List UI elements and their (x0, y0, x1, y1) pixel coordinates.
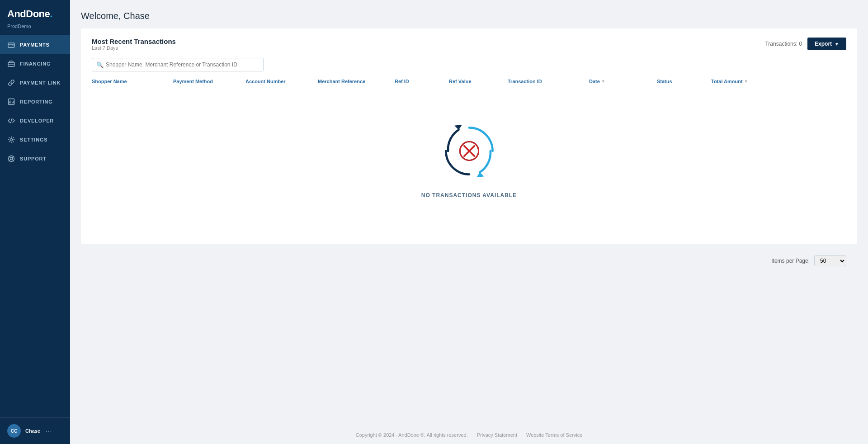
empty-state: NO TRANSACTIONS AVAILABLE (92, 90, 846, 235)
amount-sort-icon: ▼ (744, 79, 748, 84)
col-transaction-id: Transaction ID (508, 79, 589, 84)
sidebar-item-payments[interactable]: Payments (0, 35, 70, 54)
col-merchant-reference: Merchant Reference (318, 79, 395, 84)
sidebar-item-label-reporting: Reporting (20, 99, 53, 104)
export-button[interactable]: Export ▼ (807, 38, 846, 50)
col-ref-id: Ref ID (395, 79, 449, 84)
col-account-number: Account Number (245, 79, 318, 84)
footer-username: Chase (25, 428, 40, 434)
search-row: 🔍 (92, 58, 846, 71)
sidebar-item-label-developer: Developer (20, 118, 54, 123)
sidebar-item-developer[interactable]: Developer (0, 111, 70, 130)
reporting-icon (7, 98, 15, 106)
svg-point-7 (10, 158, 13, 160)
terms-link[interactable]: Website Terms of Service (526, 432, 582, 438)
user-footer[interactable]: CC Chase ··· (0, 417, 70, 444)
date-sort-icon: ▼ (601, 79, 605, 84)
chevron-down-icon: ▼ (835, 42, 839, 47)
col-ref-value: Ref Value (449, 79, 508, 84)
transactions-card: Most Recent Transactions Last 7 Days Tra… (81, 28, 857, 244)
search-wrapper: 🔍 (92, 58, 264, 71)
financing-icon (7, 60, 15, 68)
items-per-page-select[interactable]: 10 25 50 100 (814, 255, 846, 266)
sidebar-item-financing[interactable]: Financing (0, 54, 70, 73)
pagination-row: Items per Page: 10 25 50 100 (81, 249, 857, 273)
sidebar-item-settings[interactable]: Settings (0, 130, 70, 149)
support-icon (7, 155, 15, 163)
sidebar-item-label-payment-link: Payment Link (20, 80, 61, 85)
footer-copyright: Copyright © 2024 · AndDone ®. All rights… (356, 432, 468, 438)
wallet-icon (7, 41, 15, 49)
col-total-amount[interactable]: Total Amount ▼ (711, 79, 846, 84)
rest-area (81, 273, 857, 423)
avatar: CC (7, 424, 21, 438)
col-date[interactable]: Date ▼ (589, 79, 657, 84)
developer-icon (7, 117, 15, 125)
items-per-page-label: Items per Page: (771, 258, 810, 264)
svg-point-1 (13, 45, 14, 46)
svg-rect-0 (8, 43, 14, 47)
sidebar: AndDone. ProdDemo Payments (0, 0, 70, 444)
sidebar-item-label-payments: Payments (20, 42, 50, 47)
col-status: Status (657, 79, 711, 84)
transactions-count: Transactions: 0 (765, 41, 802, 47)
col-payment-method: Payment Method (173, 79, 245, 84)
col-shopper-name: Shopper Name (92, 79, 173, 84)
card-header: Most Recent Transactions Last 7 Days Tra… (92, 38, 846, 56)
sidebar-item-payment-link[interactable]: Payment Link (0, 73, 70, 92)
sidebar-nav: Payments Financing Payment Link (0, 35, 70, 417)
privacy-link[interactable]: Privacy Statement (477, 432, 517, 438)
no-transactions-icon (435, 117, 503, 185)
account-label: ProdDemo (0, 23, 70, 35)
svg-line-4 (11, 118, 12, 123)
sidebar-item-reporting[interactable]: Reporting (0, 92, 70, 111)
sidebar-item-support[interactable]: Support (0, 149, 70, 168)
card-subtitle: Last 7 Days (92, 45, 176, 51)
sidebar-item-label-support: Support (20, 156, 47, 161)
settings-icon (7, 136, 15, 144)
svg-point-5 (10, 139, 13, 141)
page-title: Welcome, Chase (81, 11, 857, 21)
page-footer: Copyright © 2024 · AndDone ®. All rights… (81, 423, 857, 444)
user-menu-dots[interactable]: ··· (46, 427, 51, 435)
search-input[interactable] (92, 58, 264, 71)
main-content: Welcome, Chase Most Recent Transactions … (70, 0, 868, 444)
app-logo: AndDone. (0, 0, 70, 23)
sidebar-item-label-settings: Settings (20, 137, 47, 142)
sidebar-item-label-financing: Financing (20, 61, 51, 66)
search-icon: 🔍 (96, 61, 104, 68)
no-transactions-label: NO TRANSACTIONS AVAILABLE (421, 192, 517, 198)
card-title: Most Recent Transactions (92, 38, 176, 45)
table-headers: Shopper Name Payment Method Account Numb… (92, 79, 846, 88)
logo-text: AndDone. (7, 8, 52, 19)
svg-marker-12 (454, 125, 462, 130)
link-icon (7, 79, 15, 87)
svg-marker-13 (476, 172, 484, 177)
